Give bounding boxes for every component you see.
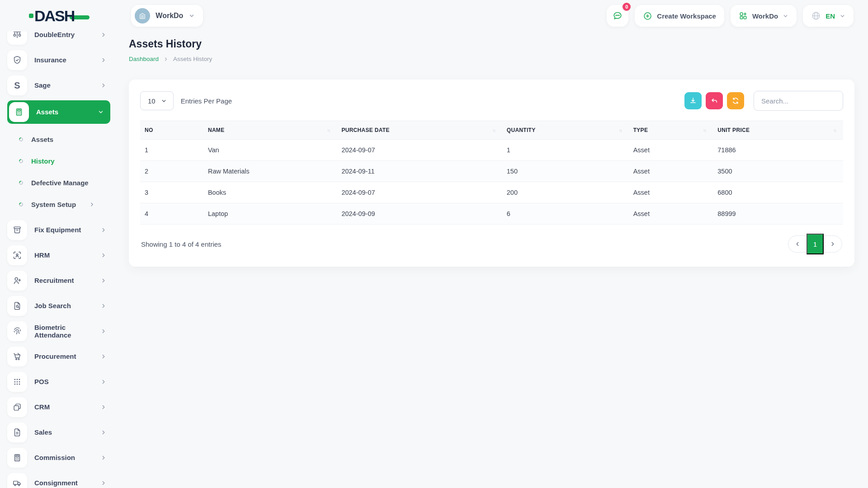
logo-text: DASH [34,7,74,25]
sort-icon[interactable]: ↑↓ [833,128,839,133]
sidebar-item-job-search[interactable]: Job Search [7,296,113,316]
refresh-icon [731,97,740,105]
previous-page-button[interactable] [788,235,807,253]
calculator-icon [7,448,27,468]
sort-icon[interactable]: ↑↓ [327,128,332,133]
table-controls: 10 Entries Per Page [140,91,843,111]
user-menu-label: WorkDo [752,12,778,20]
breadcrumb: Dashboard Assets History [129,56,854,62]
calculator-icon [9,102,29,122]
sort-icon[interactable]: ↑↓ [492,128,498,133]
breadcrumb-current: Assets History [173,56,212,62]
sidebar-item-commission[interactable]: Commission [7,447,113,468]
refresh-button[interactable] [727,92,744,109]
sidebar-item-assets[interactable]: Assets [7,100,110,124]
download-icon [689,97,697,105]
submenu-item-history[interactable]: History [19,152,113,170]
chevron-right-icon [100,455,107,461]
sidebar-item-insurance[interactable]: Insurance [7,50,113,70]
sidebar-item-consignment[interactable]: Consignment [7,473,113,488]
column-header-type[interactable]: TYPE ↑↓ [629,121,713,140]
language-label: EN [826,12,835,20]
sort-icon[interactable]: ↑↓ [619,128,624,133]
chevron-right-icon [830,241,836,247]
chevron-right-icon [100,227,107,233]
export-button[interactable] [684,92,702,109]
bullet-icon [18,180,24,186]
column-header-name[interactable]: NAME ↑↓ [203,121,337,140]
chevron-right-icon [100,480,107,486]
search-input[interactable] [754,91,843,111]
column-header-purchase-date[interactable]: PURCHASE DATE ↑↓ [337,121,502,140]
chevron-right-icon [100,328,107,334]
sidebar-item-biometric-attendance[interactable]: Biometric Attendance [7,321,113,342]
table-row: 4 Laptop 2024-09-09 6 Asset 88999 [140,203,843,225]
sidebar-item-crm[interactable]: CRM [7,397,113,418]
sidebar-item-fix-equipment[interactable]: Fix Equipment [7,220,113,240]
entries-per-page-label: Entries Per Page [181,97,232,105]
table-header-row: NO NAME ↑↓ PURCHASE DATE ↑↓ QUANTITY ↑↓ [140,121,843,140]
messages-badge: 0 [622,2,632,12]
chevron-right-icon [100,404,107,410]
sidebar-item-pos[interactable]: POS [7,371,113,392]
main-content: Assets History Dashboard Assets History … [113,32,868,488]
sidebar-item-sage[interactable]: S Sage [7,75,113,96]
chevron-right-icon [100,82,107,89]
plus-circle-icon [643,11,652,21]
sidebar-item-hrm[interactable]: HRM [7,245,113,266]
chevron-right-icon [100,32,107,38]
chevron-right-icon [100,379,107,385]
chevron-right-icon [100,353,107,360]
archive-box-icon [7,220,27,240]
sidebar-item-procurement[interactable]: Procurement [7,346,113,367]
entries-per-page-value: 10 [148,97,156,105]
chat-icon [612,10,623,21]
create-workspace-label: Create Workspace [657,12,716,20]
sidebar-item-doubleentry[interactable]: DoubleEntry [7,32,113,45]
logo-dot-icon [29,14,33,18]
workspace-selector[interactable]: WorkDo [131,5,203,27]
user-menu-button[interactable]: WorkDo [731,5,797,27]
page-title: Assets History [129,38,854,50]
pagination: 1 [788,235,842,253]
bullet-icon [18,158,24,164]
column-header-no[interactable]: NO [140,121,203,140]
next-page-button[interactable] [824,235,842,253]
back-button[interactable] [706,92,723,109]
submenu-item-defective-manage[interactable]: Defective Manage [19,174,113,192]
table-row: 2 Raw Materials 2024-09-11 150 Asset 350… [140,161,843,182]
breadcrumb-dashboard-link[interactable]: Dashboard [129,56,159,62]
undo-arrow-icon [710,97,718,105]
current-page-button[interactable]: 1 [807,234,824,254]
grid-dots-icon [7,372,27,392]
workspace-name: WorkDo [156,12,183,20]
chevron-down-icon [161,98,167,104]
sidebar-item-recruitment[interactable]: Recruitment [7,270,113,291]
sort-icon[interactable]: ↑↓ [703,128,708,133]
user-plus-icon [7,271,27,291]
language-button[interactable]: EN [803,5,854,27]
table-row: 1 Van 2024-09-07 1 Asset 71886 [140,140,843,161]
submenu-item-system-setup[interactable]: System Setup [19,195,113,213]
dash-logo: DASH [29,7,90,25]
create-workspace-button[interactable]: Create Workspace [635,5,724,27]
chevron-down-icon [98,109,104,115]
topbar: DASH WorkDo 0 Create Workspace [0,0,868,32]
entries-per-page-select[interactable]: 10 [140,91,174,110]
grid-plus-icon [739,11,748,20]
topbar-actions: 0 Create Workspace WorkDo EN [607,5,854,27]
shopping-cart-icon [7,347,27,366]
sidebar-item-sales[interactable]: Sales [7,422,113,443]
document-search-icon [7,296,27,316]
chevron-down-icon [840,13,845,19]
column-header-quantity[interactable]: QUANTITY ↑↓ [502,121,629,140]
submenu-item-assets[interactable]: Assets [19,130,113,148]
messages-button[interactable]: 0 [607,5,628,27]
document-icon [7,422,27,442]
column-header-unit-price[interactable]: UNIT PRICE ↑↓ [713,121,843,140]
chevron-right-icon [89,202,95,207]
table-footer: Showing 1 to 4 of 4 entries 1 [140,235,843,255]
scan-focus-icon [7,245,27,265]
sidebar: DoubleEntry Insurance S Sage [0,32,113,488]
table-row: 3 Books 2024-09-07 200 Asset 6800 [140,182,843,203]
